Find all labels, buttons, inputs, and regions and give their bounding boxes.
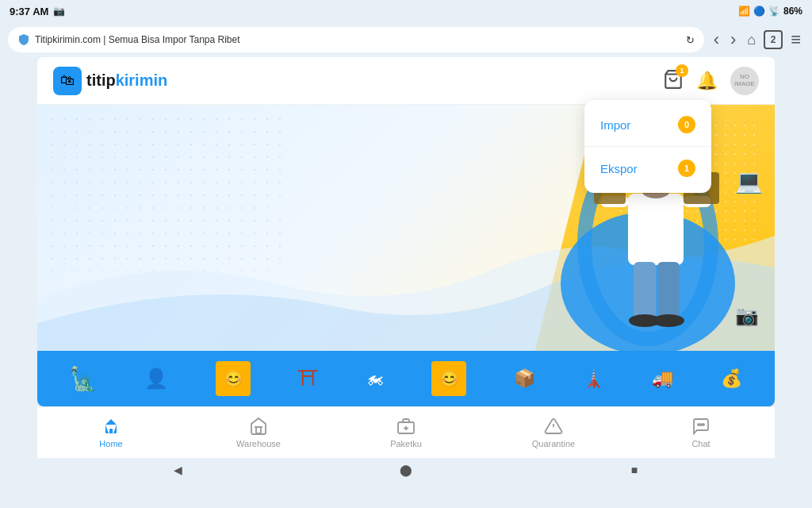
- gift-box-1: 😊: [216, 361, 251, 396]
- svg-point-23: [698, 424, 699, 425]
- nav-item-paketku[interactable]: Paketku: [332, 407, 480, 458]
- cart-badge: 1: [676, 64, 688, 77]
- tab-count[interactable]: 2: [764, 30, 783, 49]
- gift-box-2: 😊: [431, 361, 466, 396]
- bell-button[interactable]: 🔔: [696, 71, 718, 91]
- ekspor-label: Ekspor: [600, 162, 638, 175]
- svg-rect-11: [634, 262, 656, 318]
- impor-badge: 0: [678, 116, 695, 133]
- svg-point-25: [703, 424, 704, 425]
- logo[interactable]: 🛍 titipkirimin: [53, 67, 167, 95]
- status-icons: 📶 🔵 📡 86%: [738, 6, 802, 17]
- statue-liberty: 🗽: [69, 366, 97, 392]
- dropdown-item-ekspor[interactable]: Ekspor 1: [584, 150, 711, 187]
- site-header: 🛍 titipkirimin 1 🔔 NOIMAGE Impor: [37, 57, 775, 105]
- status-camera-icon: 📷: [53, 6, 65, 17]
- svg-rect-16: [256, 427, 261, 433]
- motorcycle: 🏍: [366, 368, 384, 389]
- svg-point-14: [653, 314, 684, 327]
- logo-text: titipkirimin: [86, 71, 167, 90]
- browser-content: 🛍 titipkirimin 1 🔔 NOIMAGE Impor: [37, 57, 775, 406]
- browser-navigation: ‹ › ⌂ 2 ≡: [710, 29, 804, 50]
- user-avatar[interactable]: NOIMAGE: [730, 67, 759, 95]
- bluetooth-icon: 🔵: [753, 6, 765, 17]
- ekspor-badge: 1: [678, 160, 695, 177]
- nav-item-warehouse[interactable]: Warehouse: [185, 407, 332, 458]
- bottom-nav: Home Warehouse Paketku: [37, 406, 775, 458]
- warehouse-nav-icon: [249, 417, 268, 436]
- shield-icon: [17, 33, 30, 46]
- home-nav-icon: [102, 417, 121, 436]
- quarantine-nav-icon: [544, 417, 563, 436]
- paketku-nav-icon: [396, 417, 416, 436]
- eiffel-tower: 🗼: [583, 368, 604, 389]
- nav-items: Home Warehouse Paketku: [37, 407, 775, 458]
- camera-icon: 📷: [735, 305, 759, 327]
- dropdown-item-impor[interactable]: Impor 0: [584, 106, 711, 143]
- delivery-truck: 🚚: [652, 368, 673, 389]
- chat-nav-icon: [691, 417, 710, 436]
- home-label: Home: [99, 439, 122, 448]
- home-system-button[interactable]: ⬤: [396, 460, 416, 479]
- home-button[interactable]: ⌂: [744, 32, 759, 48]
- logo-icon: 🛍: [53, 67, 82, 95]
- logo-part2: kirimin: [116, 71, 168, 89]
- warehouse-label: Warehouse: [236, 439, 281, 448]
- wifi-icon: 📶: [738, 6, 750, 17]
- status-time: 9:37 AM: [10, 6, 48, 17]
- coins: 💰: [721, 368, 742, 389]
- torii-gate: ⛩: [298, 367, 319, 391]
- no-image-label: NOIMAGE: [734, 74, 755, 88]
- address-bar[interactable]: Titipkirimin.com | Semua Bisa Impor Tanp…: [8, 27, 704, 52]
- reload-button[interactable]: ↻: [686, 34, 695, 46]
- laptop-icon: 💻: [735, 168, 763, 194]
- bottom-strip: 🗽 👤 😊 ⛩ 🏍 😊 📦 🗼 🚚 💰: [37, 351, 775, 406]
- person-boxes: 📦: [514, 368, 535, 389]
- nav-item-home[interactable]: Home: [37, 407, 185, 458]
- battery-text: 86%: [783, 6, 802, 17]
- url-text: Titipkirimin.com | Semua Bisa Impor Tanp…: [35, 34, 240, 45]
- svg-rect-12: [657, 262, 680, 318]
- nav-item-chat[interactable]: Chat: [627, 407, 775, 458]
- logo-part1: titip: [86, 71, 116, 89]
- forward-button[interactable]: ›: [727, 29, 739, 50]
- impor-label: Impor: [600, 118, 630, 132]
- person-with-packages: 👤: [144, 368, 168, 390]
- menu-button[interactable]: ≡: [787, 29, 804, 50]
- back-system-button[interactable]: ◀: [168, 460, 187, 479]
- header-icons: 1 🔔 NOIMAGE: [663, 67, 759, 95]
- dropdown-menu: Impor 0 Ekspor 1: [584, 100, 711, 193]
- quarantine-label: Quarantine: [532, 439, 575, 448]
- signal-icon: 📡: [768, 6, 780, 17]
- status-bar: 9:37 AM 📷 📶 🔵 📡 86%: [0, 0, 812, 22]
- dropdown-divider: [584, 146, 711, 147]
- recent-system-button[interactable]: ■: [625, 460, 644, 479]
- system-nav: ◀ ⬤ ■: [0, 458, 812, 482]
- svg-rect-5: [628, 194, 684, 265]
- nav-item-quarantine[interactable]: Quarantine: [480, 407, 627, 458]
- paketku-label: Paketku: [390, 439, 422, 448]
- cart-button[interactable]: 1: [663, 69, 684, 93]
- back-button[interactable]: ‹: [710, 29, 722, 50]
- chat-label: Chat: [691, 439, 710, 448]
- browser-bar: Titipkirimin.com | Semua Bisa Impor Tanp…: [0, 22, 812, 57]
- svg-point-24: [700, 424, 702, 425]
